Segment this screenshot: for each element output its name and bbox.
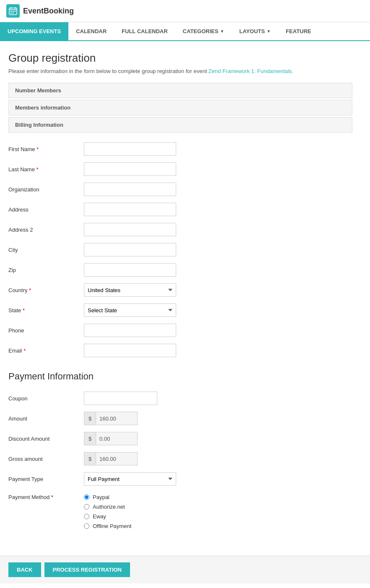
authorize-option[interactable]: Authorize.net: [84, 504, 131, 510]
zip-label: Zip: [8, 267, 84, 273]
country-select[interactable]: United States Canada United Kingdom: [84, 283, 176, 297]
offline-radio[interactable]: [84, 523, 89, 529]
layouts-arrow-icon: ▼: [266, 29, 271, 34]
svg-rect-7: [10, 13, 12, 13]
last-name-row: Last Name *: [8, 159, 352, 179]
address-label: Address: [8, 206, 84, 213]
header: EventBooking: [0, 0, 370, 22]
nav-calendar[interactable]: CALENDAR: [68, 22, 114, 40]
offline-option[interactable]: Offline Payment: [84, 523, 131, 529]
paypal-option[interactable]: Paypal: [84, 494, 131, 500]
logo-icon: [6, 4, 20, 18]
email-input[interactable]: [84, 344, 176, 357]
billing-info-section: Billing Information: [8, 117, 352, 133]
discount-row: Discount Amount $: [8, 429, 352, 449]
payment-type-row: Payment Type Full Payment Partial Paymen…: [8, 469, 352, 489]
payment-method-label: Payment Method *: [8, 494, 84, 500]
address2-row: Address 2: [8, 220, 352, 240]
email-label: Email *: [8, 348, 84, 354]
authorize-radio[interactable]: [84, 504, 89, 510]
amount-label: Amount: [8, 416, 84, 422]
nav-layouts[interactable]: LAYOUTS ▼: [232, 22, 279, 40]
nav-feature[interactable]: FEATURE: [278, 22, 318, 40]
amount-input-group: $: [84, 412, 138, 425]
members-info-section: Members information: [8, 100, 352, 115]
first-name-required: *: [36, 146, 39, 152]
process-registration-button[interactable]: PROCESS REGISTRATION: [44, 562, 130, 577]
svg-rect-4: [10, 11, 12, 12]
first-name-row: First Name *: [8, 139, 352, 159]
first-name-label: First Name *: [8, 146, 84, 152]
phone-input[interactable]: [84, 324, 176, 337]
state-select[interactable]: Select State Alabama Alaska Arizona Cali…: [84, 303, 176, 317]
svg-rect-8: [13, 13, 14, 13]
gross-input[interactable]: [96, 452, 138, 465]
main-content: Group registration Please enter informat…: [0, 41, 361, 543]
email-required: *: [23, 348, 26, 354]
coupon-row: Coupon: [8, 388, 352, 408]
footer: BACK PROCESS REGISTRATION: [0, 556, 370, 583]
page-title: Group registration: [8, 52, 352, 65]
last-name-required: *: [36, 166, 39, 172]
amount-currency-symbol: $: [84, 412, 96, 425]
svg-rect-5: [13, 11, 14, 12]
payment-form: Coupon Amount $ Discount Amount $ Gross …: [8, 388, 352, 533]
nav-upcoming-events[interactable]: UPCOMING EVENTS: [0, 22, 68, 40]
svg-rect-6: [14, 11, 16, 12]
country-row: Country * United States Canada United Ki…: [8, 280, 352, 300]
phone-row: Phone: [8, 320, 352, 340]
eway-option[interactable]: Eway: [84, 513, 131, 520]
coupon-label: Coupon: [8, 395, 84, 402]
page-description: Please enter information in the form bel…: [8, 68, 352, 74]
coupon-input[interactable]: [84, 392, 157, 405]
discount-input-group: $: [84, 432, 138, 445]
city-input[interactable]: [84, 243, 176, 256]
eway-radio[interactable]: [84, 514, 89, 519]
zip-row: Zip: [8, 260, 352, 280]
nav-full-calendar[interactable]: FULL CALENDAR: [114, 22, 175, 40]
payment-method-row: Payment Method * Paypal Authorize.net Ew…: [8, 489, 352, 533]
payment-type-select[interactable]: Full Payment Partial Payment: [84, 472, 176, 486]
billing-info-header: Billing Information: [8, 117, 352, 133]
number-members-section: Number Members: [8, 83, 352, 98]
payment-method-options: Paypal Authorize.net Eway Offline Paymen…: [84, 494, 131, 529]
organization-row: Organization: [8, 179, 352, 199]
gross-label: Gross amount: [8, 456, 84, 462]
payment-method-required: *: [51, 494, 53, 500]
navigation: UPCOMING EVENTS CALENDAR FULL CALENDAR C…: [0, 22, 370, 41]
discount-currency-symbol: $: [84, 432, 96, 445]
discount-label: Discount Amount: [8, 436, 84, 442]
address-input[interactable]: [84, 203, 176, 216]
country-required: *: [29, 287, 31, 293]
amount-row: Amount $: [8, 408, 352, 429]
organization-label: Organization: [8, 186, 84, 193]
city-row: City: [8, 240, 352, 260]
gross-row: Gross amount $: [8, 449, 352, 469]
address2-label: Address 2: [8, 227, 84, 233]
logo-text: EventBooking: [23, 7, 74, 16]
discount-input[interactable]: [96, 432, 138, 445]
event-name: Zend Framework 1: Fundamentals.: [208, 68, 293, 74]
phone-label: Phone: [8, 327, 84, 334]
address2-input[interactable]: [84, 223, 176, 236]
first-name-input[interactable]: [84, 142, 176, 156]
categories-arrow-icon: ▼: [220, 29, 224, 34]
state-required: *: [23, 307, 25, 314]
last-name-label: Last Name *: [8, 166, 84, 172]
state-label: State *: [8, 307, 84, 314]
number-members-header: Number Members: [8, 83, 352, 98]
amount-input[interactable]: [96, 412, 138, 425]
nav-categories[interactable]: CATEGORIES ▼: [175, 22, 232, 40]
last-name-input[interactable]: [84, 162, 176, 176]
paypal-radio[interactable]: [84, 494, 89, 500]
payment-title: Payment Information: [8, 371, 352, 382]
back-button[interactable]: BACK: [8, 562, 41, 577]
payment-type-label: Payment Type: [8, 476, 84, 482]
country-label: Country *: [8, 287, 84, 293]
organization-input[interactable]: [84, 183, 176, 196]
zip-input[interactable]: [84, 263, 176, 277]
address-row: Address: [8, 199, 352, 220]
gross-currency-symbol: $: [84, 452, 96, 465]
billing-form: First Name * Last Name * Organization Ad…: [8, 139, 352, 361]
city-label: City: [8, 247, 84, 253]
